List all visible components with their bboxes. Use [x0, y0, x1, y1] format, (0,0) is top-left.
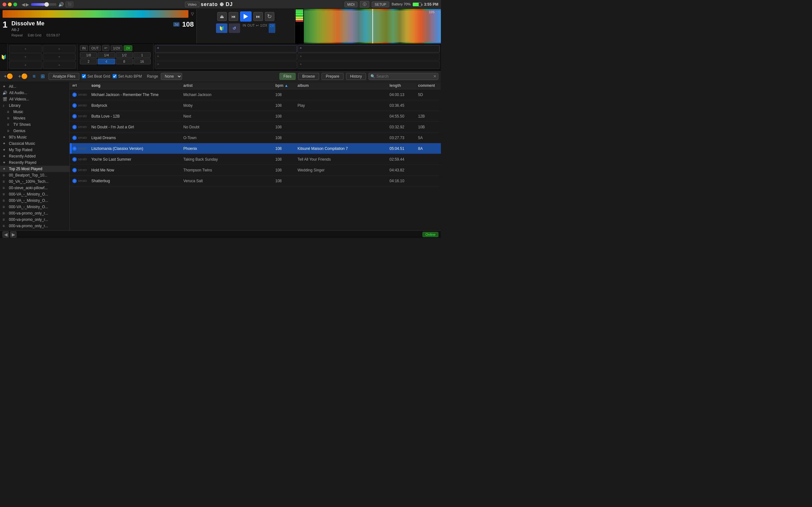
half-button[interactable]: 1/2X	[260, 23, 267, 33]
sidebar-item-recently-added[interactable]: ✦ Recently Added	[0, 153, 69, 159]
eject-triangle[interactable]: ▽	[191, 12, 194, 16]
sidebar-item-movies[interactable]: ≡ Movies	[4, 115, 69, 121]
table-row[interactable]: serato Shatterbug Veruca Salt 108 04:16.…	[70, 176, 441, 186]
fx-slot-3[interactable]: +	[155, 53, 297, 61]
reloop-button[interactable]: ↩	[256, 23, 259, 33]
loop-size-8[interactable]: 8	[116, 59, 133, 64]
deck1-edit-grid[interactable]: Edit Grid	[28, 33, 41, 37]
loop-icon[interactable]: ↻	[265, 12, 274, 21]
info-button[interactable]: ⓘ	[360, 1, 369, 8]
add-track-button[interactable]: +🟠	[3, 72, 14, 80]
sidebar-item-all-videos[interactable]: 🎬 All Videos...	[0, 96, 69, 102]
sync-button[interactable]: ↺	[229, 23, 240, 33]
loop-size-1[interactable]: 1	[134, 52, 151, 58]
fx-slot-5[interactable]: +	[155, 61, 297, 69]
fx-slot-2[interactable]: +	[298, 45, 440, 53]
table-row[interactable]: serato You're So Last Summer Taking Back…	[70, 154, 441, 165]
in-loop-btn[interactable]: IN	[80, 45, 88, 51]
cue-button-blue[interactable]: 🔰	[216, 23, 227, 33]
double-loop-btn[interactable]: 2X	[124, 45, 132, 51]
out-loop-btn[interactable]: OUT	[89, 45, 101, 51]
add-playlist-button[interactable]: +🟠	[17, 72, 29, 80]
eject-button[interactable]: ⏏	[217, 12, 227, 21]
scroll-left-arrow[interactable]: ◀	[21, 2, 25, 7]
half-loop-btn[interactable]: 1/2X	[111, 45, 122, 51]
deck1-repeat[interactable]: Repeat	[11, 33, 22, 37]
pad-6[interactable]: +	[43, 61, 76, 69]
set-auto-bpm-checkbox[interactable]: Set Auto BPM	[113, 74, 142, 78]
sidebar-item-ministry-1[interactable]: ≡ 000-VA_-_Ministry_O...	[0, 191, 69, 198]
video-badge[interactable]: Video	[185, 2, 200, 7]
setup-button[interactable]: SETUP	[372, 2, 389, 7]
pad-2[interactable]: +	[43, 45, 76, 53]
table-row[interactable]: serato Butta Love - 12B Next 108 04:55.5…	[70, 111, 441, 122]
prepare-button[interactable]: Prepare	[322, 73, 344, 80]
loop-size-1-2[interactable]: 1/2	[116, 52, 133, 58]
midi-button[interactable]: MIDI	[345, 2, 357, 7]
loop-size-1-4[interactable]: 1/4	[98, 52, 115, 58]
volume-bar[interactable]	[31, 3, 56, 6]
scroll-right-btn[interactable]: ▶	[10, 231, 16, 238]
table-row[interactable]: serato Hold Me Now Thompson Twins 108 We…	[70, 165, 441, 176]
sidebar-item-all[interactable]: ✦ All...	[0, 83, 69, 90]
fx-slot-1[interactable]: +	[155, 45, 297, 53]
set-auto-bpm-input[interactable]	[113, 74, 117, 78]
browse-button[interactable]: Browse	[298, 73, 319, 80]
fx-slot-4[interactable]: +	[298, 53, 440, 61]
sidebar-item-promo-1[interactable]: ≡ 000-va-promo_only_r...	[0, 210, 69, 216]
pad-mode-icon[interactable]: 🔰	[1, 55, 6, 60]
sidebar-item-recently-played[interactable]: ✦ Recently Played	[0, 159, 69, 166]
header-artist[interactable]: artist	[181, 83, 273, 88]
play-button[interactable]	[240, 11, 252, 21]
loop-size-2[interactable]: 2	[80, 59, 97, 64]
pad-4[interactable]: +	[43, 53, 76, 61]
close-dot[interactable]	[3, 3, 6, 6]
waveform-display[interactable]: 105	[304, 9, 441, 43]
next-button[interactable]: ⏭	[253, 12, 263, 21]
screen-icon[interactable]: ⬛	[66, 2, 73, 7]
sidebar-item-beatport[interactable]: ≡ 00_Beatport_Top_10...	[0, 172, 69, 178]
table-row[interactable]: serato No Doubt - I'm Just a Girl No Dou…	[70, 122, 441, 132]
loop-size-1-8[interactable]: 1/8	[80, 52, 97, 58]
header-album[interactable]: album	[295, 83, 387, 88]
sidebar-item-90s-music[interactable]: ✦ 90's Music	[0, 134, 69, 140]
sidebar-item-ministry-3[interactable]: ≡ 000-VA_-_Ministry_O...	[0, 204, 69, 210]
files-button[interactable]: Files	[280, 73, 296, 80]
range-select[interactable]: None	[161, 73, 182, 80]
sidebar-item-tv-shows[interactable]: ≡ TV Shows	[4, 121, 69, 128]
header-comment[interactable]: comment	[415, 83, 441, 88]
header-length[interactable]: length	[387, 83, 415, 88]
table-row[interactable]: serato Lisztomania (Classixx Version) Ph…	[70, 143, 441, 154]
columns-view-button[interactable]: ⊞	[39, 72, 46, 80]
sidebar-item-promo-3[interactable]: ≡ 000-va-promo_only_r...	[0, 223, 69, 229]
sidebar-item-top-25[interactable]: ✦ Top 25 Most Played	[0, 166, 69, 172]
fx-slot-6[interactable]: +	[298, 61, 440, 69]
header-bpm[interactable]: bpm ▲	[273, 83, 295, 88]
scroll-right-arrow[interactable]: ▶	[26, 2, 29, 7]
list-view-button[interactable]: ≡	[32, 73, 37, 80]
loop-size-4[interactable]: 4	[98, 59, 115, 64]
header-song[interactable]: song	[89, 83, 181, 88]
sidebar-item-all-audio[interactable]: 🔊 All Audio...	[0, 90, 69, 96]
in-button[interactable]: IN	[243, 23, 246, 33]
sidebar-item-top-rated[interactable]: ✦ My Top Rated	[0, 147, 69, 153]
sidebar-item-aoki[interactable]: ≡ 00-steve_aoki-pillowf...	[0, 185, 69, 191]
prev-button[interactable]: ⏮	[229, 12, 238, 21]
search-input[interactable]	[368, 73, 438, 80]
scroll-left-btn[interactable]: ◀	[3, 231, 9, 238]
history-button[interactable]: History	[346, 73, 366, 80]
analyze-files-button[interactable]: Analyze Files	[49, 73, 79, 80]
maximize-dot[interactable]	[13, 3, 17, 6]
sidebar-item-ministry-2[interactable]: ≡ 000-VA_-_Ministry_O...	[0, 198, 69, 204]
double-button[interactable]: 2X	[269, 23, 275, 33]
search-clear-button[interactable]: ✕	[433, 74, 437, 78]
reloop-loop-btn[interactable]: ↩	[102, 45, 109, 51]
sidebar-item-va-100[interactable]: ≡ 00_VA_-_100%_Tech...	[0, 178, 69, 185]
out-button[interactable]: OUT	[247, 23, 255, 33]
table-row[interactable]: serato Michael Jackson - Remember The Ti…	[70, 89, 441, 100]
set-beat-grid-checkbox[interactable]: Set Beat Grid	[82, 74, 110, 78]
sidebar-item-genius[interactable]: ≡ Genius	[4, 128, 69, 134]
pad-1[interactable]: +	[9, 45, 42, 53]
set-beat-grid-input[interactable]	[82, 74, 86, 78]
minimize-dot[interactable]	[8, 3, 12, 6]
